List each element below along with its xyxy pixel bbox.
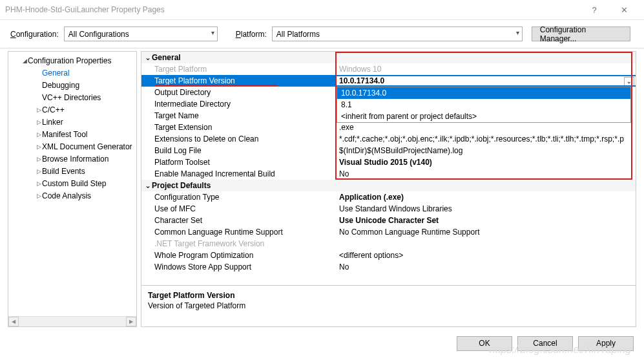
triangle-right-icon: ▷ xyxy=(36,119,42,125)
nav-item-label: XML Document Generator xyxy=(42,142,132,151)
description-pane: Target Platform Version Version of Targe… xyxy=(141,286,636,327)
prop-charset[interactable]: Character Set Use Unicode Character Set xyxy=(141,215,636,226)
dropdown-arrow-button[interactable]: ⌄ xyxy=(624,77,634,85)
property-grid[interactable]: ⌄General Target Platform Windows 10 Targ… xyxy=(141,51,636,286)
configuration-select[interactable]: All Configurations ▾ xyxy=(64,27,218,41)
apply-button[interactable]: Apply xyxy=(578,336,634,351)
footer: OK Cancel Apply xyxy=(0,330,644,357)
triangle-right-icon: ▷ xyxy=(36,144,42,150)
prop-netfx[interactable]: .NET Target Framework Version xyxy=(141,238,636,250)
nav-item-vc-directories[interactable]: VC++ Directories xyxy=(8,91,136,103)
dropdown-option[interactable]: 8.1 xyxy=(337,99,630,111)
configuration-manager-button[interactable]: Configuration Manager... xyxy=(532,27,630,41)
nav-item-label: C/C++ xyxy=(42,105,65,114)
nav-item-label: Debugging xyxy=(42,81,79,90)
nav-item-xml-document-generator[interactable]: ▷XML Document Generator xyxy=(8,140,136,153)
prop-build-log[interactable]: Build Log File $(IntDir)$(MSBuildProject… xyxy=(141,145,636,156)
group-general[interactable]: ⌄General xyxy=(141,52,636,63)
prop-extensions-delete[interactable]: Extensions to Delete on Clean *.cdf;*.ca… xyxy=(141,133,636,145)
nav-item-label: Browse Information xyxy=(42,154,109,164)
prop-target-platform[interactable]: Target Platform Windows 10 xyxy=(141,63,636,75)
nav-item-label: VC++ Directories xyxy=(42,93,101,102)
nav-item-build-events[interactable]: ▷Build Events xyxy=(8,165,136,177)
config-row: Configuration: All Configurations ▾ Plat… xyxy=(0,20,644,48)
description-title: Target Platform Version xyxy=(148,291,629,300)
prop-mfc[interactable]: Use of MFC Use Standard Windows Librarie… xyxy=(141,203,636,215)
prop-incremental[interactable]: Enable Managed Incremental Build No xyxy=(141,168,636,180)
chevron-down-icon: ⌄ xyxy=(144,181,152,190)
nav-tree[interactable]: ◢ Configuration Properties GeneralDebugg… xyxy=(8,51,137,327)
nav-item-general[interactable]: General xyxy=(8,67,136,79)
nav-root[interactable]: ◢ Configuration Properties xyxy=(8,54,136,67)
help-button[interactable]: ? xyxy=(579,0,609,19)
configuration-value: All Configurations xyxy=(68,30,129,39)
scroll-right-icon[interactable]: ▶ xyxy=(126,317,136,326)
prop-clr[interactable]: Common Language Runtime Support No Commo… xyxy=(141,226,636,238)
main-area: ◢ Configuration Properties GeneralDebugg… xyxy=(0,48,644,330)
nav-root-label: Configuration Properties xyxy=(28,56,111,65)
prop-config-type[interactable]: Configuration Type Application (.exe) xyxy=(141,191,636,203)
nav-item-label: Linker xyxy=(42,118,63,127)
target-platform-version-dropdown[interactable]: 10.0.17134.08.1<inherit from parent or p… xyxy=(337,87,631,123)
underline-marker xyxy=(154,85,277,86)
description-body: Version of Targeted Platform xyxy=(148,301,629,310)
nav-item-label: Custom Build Step xyxy=(42,179,106,188)
triangle-right-icon: ▷ xyxy=(36,107,42,113)
scroll-left-icon[interactable]: ◀ xyxy=(8,317,19,326)
group-project-defaults[interactable]: ⌄Project Defaults xyxy=(141,180,636,191)
nav-item-browse-information[interactable]: ▷Browse Information xyxy=(8,153,136,165)
nav-item-label: Manifest Tool xyxy=(42,130,87,139)
nav-item-label: General xyxy=(42,69,70,78)
nav-item-manifest-tool[interactable]: ▷Manifest Tool xyxy=(8,128,136,140)
dropdown-option[interactable]: 10.0.17134.0 xyxy=(337,87,630,99)
platform-select[interactable]: All Platforms ▾ xyxy=(272,27,523,41)
nav-item-label: Code Analysis xyxy=(42,191,91,200)
nav-item-linker[interactable]: ▷Linker xyxy=(8,116,136,128)
prop-wpo[interactable]: Whole Program Optimization <different op… xyxy=(141,250,636,261)
nav-item-c-c-[interactable]: ▷C/C++ xyxy=(8,103,136,116)
chevron-down-icon: ⌄ xyxy=(144,53,152,62)
triangle-down-icon: ◢ xyxy=(21,58,28,64)
titlebar: PHM-Hnode-Std-GuiLauncher Property Pages… xyxy=(0,0,644,20)
prop-value-editor[interactable]: 10.0.17134.0 ⌄ xyxy=(335,76,636,85)
prop-target-extension[interactable]: Target Extension .exe xyxy=(141,122,636,133)
prop-platform-toolset[interactable]: Platform Toolset Visual Studio 2015 (v14… xyxy=(141,156,636,168)
platform-value: All Platforms xyxy=(276,30,320,39)
configuration-label: Configuration: xyxy=(10,30,59,39)
close-button[interactable]: ✕ xyxy=(609,0,639,19)
triangle-right-icon: ▷ xyxy=(36,156,42,162)
property-column: ⌄General Target Platform Windows 10 Targ… xyxy=(141,51,636,327)
nav-item-label: Build Events xyxy=(42,167,85,176)
nav-item-debugging[interactable]: Debugging xyxy=(8,79,136,91)
nav-item-custom-build-step[interactable]: ▷Custom Build Step xyxy=(8,177,136,189)
ok-button[interactable]: OK xyxy=(457,336,512,351)
window-title: PHM-Hnode-Std-GuiLauncher Property Pages xyxy=(5,5,579,14)
dropdown-option[interactable]: <inherit from parent or project defaults… xyxy=(337,111,630,122)
chevron-down-icon: ▾ xyxy=(211,29,214,36)
nav-item-code-analysis[interactable]: ▷Code Analysis xyxy=(8,189,136,202)
chevron-down-icon: ▾ xyxy=(516,29,519,36)
prop-store[interactable]: Windows Store App Support No xyxy=(141,261,636,273)
cancel-button[interactable]: Cancel xyxy=(517,336,573,351)
triangle-right-icon: ▷ xyxy=(36,131,42,138)
triangle-right-icon: ▷ xyxy=(36,180,42,187)
triangle-right-icon: ▷ xyxy=(36,168,42,175)
nav-horizontal-scrollbar[interactable]: ◀ ▶ xyxy=(8,316,136,326)
triangle-right-icon: ▷ xyxy=(36,193,42,199)
platform-label: Platform: xyxy=(236,30,267,39)
